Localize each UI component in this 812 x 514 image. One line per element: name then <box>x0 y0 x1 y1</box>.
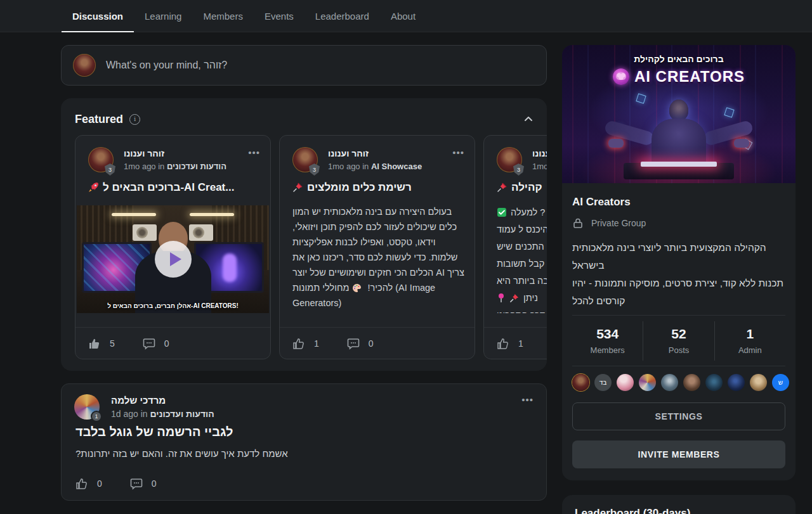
member-avatar[interactable] <box>728 374 745 391</box>
tab-leaderboard[interactable]: Leaderboard <box>304 0 380 32</box>
tab-discussion[interactable]: Discussion <box>62 0 134 32</box>
post-meta: 1mo ago in AI Showcase <box>328 162 422 171</box>
speaker <box>133 224 157 241</box>
like-button[interactable]: 1 <box>292 337 319 350</box>
card-body-text: בעולם היצירה עם בינה מלאכותית יש המון כל… <box>292 204 464 313</box>
stat-posts[interactable]: 52Posts <box>643 321 714 361</box>
post-meta: 1mo <box>532 162 547 171</box>
post-composer[interactable]: What's on your mind, זוהר? <box>61 45 547 86</box>
invite-members-button[interactable]: INVITE MEMBERS <box>572 440 785 468</box>
author-name[interactable]: מרדכי שלמה <box>111 395 166 406</box>
cover-figure <box>619 100 739 176</box>
round-pin-icon <box>497 293 506 303</box>
level-badge: 1 <box>91 411 102 422</box>
card-body-text: למעלה ? היכנס ל עמוד התכנים שיש קבל תשוב… <box>497 204 547 313</box>
cover-welcome-text: ברוכים הבאים לקהילת <box>562 54 796 64</box>
member-avatar[interactable] <box>750 374 767 391</box>
member-avatar[interactable] <box>572 374 589 391</box>
member-avatar[interactable] <box>639 374 656 391</box>
tab-members[interactable]: Members <box>192 0 254 32</box>
category-link[interactable]: הודעות ועדכונים <box>167 162 226 171</box>
category-link[interactable]: AI Showcase <box>371 162 422 171</box>
member-avatar[interactable]: ש <box>772 374 789 391</box>
comment-count: 0 <box>164 338 169 349</box>
comment-count: 0 <box>152 479 157 489</box>
member-avatars: בד ש <box>572 374 789 391</box>
leaderboard-card: Leaderboard (30-days) <box>562 495 796 514</box>
tab-about[interactable]: About <box>380 0 426 32</box>
featured-card-welcome[interactable]: 3 זוהר וענונו 1mo ago in הודעות ועדכונים… <box>75 135 271 359</box>
member-avatar[interactable]: בד <box>594 374 612 391</box>
top-nav: Discussion Learning Members Events Leade… <box>0 0 812 32</box>
member-avatar[interactable] <box>705 374 723 391</box>
card-title[interactable]: רשימת כלים מומלצים <box>292 181 464 194</box>
post-meta: 1mo ago in הודעות ועדכונים <box>124 162 226 171</box>
member-avatar[interactable] <box>617 374 634 391</box>
more-options-icon[interactable]: ••• <box>521 394 534 405</box>
category-link[interactable]: הודעות ועדכונים <box>150 409 214 419</box>
check-icon <box>497 207 507 217</box>
settings-button[interactable]: SETTINGS <box>572 402 785 430</box>
group-cover-image: ברוכים הבאים לקהילת AI CREATORS <box>562 45 796 183</box>
video-thumbnail[interactable]: אהלן חברים, ברוכים הבאים ל-AI CREATORS! <box>77 205 269 313</box>
member-avatar[interactable] <box>661 374 678 391</box>
card-title[interactable]: קהילה <box>497 181 547 194</box>
palette-icon <box>352 283 362 293</box>
card-footer: 1 <box>484 327 547 359</box>
comment-count: 0 <box>369 338 374 349</box>
lock-icon <box>572 217 584 229</box>
tab-learning[interactable]: Learning <box>134 0 192 32</box>
group-sidebar: ברוכים הבאים לקהילת AI CREATORS AI Creat… <box>562 45 796 480</box>
stat-admin[interactable]: 1Admin <box>714 321 785 361</box>
comment-button[interactable]: 0 <box>143 337 169 350</box>
like-button[interactable]: 5 <box>88 337 115 350</box>
pin-icon <box>497 182 508 193</box>
feed-post[interactable]: 1 מרדכי שלמה 1d ago in הודעות ועדכונים •… <box>61 383 547 501</box>
avatar <box>73 54 96 77</box>
video-caption: אהלן חברים, ברוכים הבאים ל-AI CREATORS! <box>77 302 269 309</box>
card-title[interactable]: ברוכים הבאים ל-AI Creat... <box>88 181 260 194</box>
like-count: 5 <box>110 338 115 349</box>
featured-card-community[interactable]: 3 זוהר וענונו 1mo קהילה למעלה ? היכנס ל … <box>483 135 547 359</box>
author-name[interactable]: זוהר וענונו <box>328 148 369 158</box>
tab-events[interactable]: Events <box>254 0 304 32</box>
post-title[interactable]: לגביי הרשמה של גוגל בלבד <box>75 425 233 439</box>
author-name[interactable]: זוהר וענונו <box>532 148 547 158</box>
group-name: AI Creators <box>572 196 785 209</box>
comment-button[interactable]: 0 <box>347 337 374 350</box>
like-count: 1 <box>314 338 319 349</box>
info-icon[interactable] <box>129 114 140 125</box>
pin-icon <box>509 293 520 303</box>
member-avatar[interactable] <box>683 374 700 391</box>
card-footer: 1 0 <box>280 327 475 359</box>
composer-prompt: What's on your mind, זוהר? <box>106 60 227 71</box>
group-description: הקהילה המקצועית ביותר ליוצרי בינה מלאכות… <box>572 239 785 310</box>
speaker <box>189 224 213 241</box>
post-meta: 1d ago in הודעות ועדכונים <box>111 409 214 419</box>
author-name[interactable]: זוהר וענונו <box>124 148 164 158</box>
featured-title: Featured <box>75 113 123 126</box>
post-footer: 0 0 <box>75 477 185 490</box>
leaderboard-title: Leaderboard (30-days) <box>575 507 690 514</box>
featured-section: Featured 3 זוהר וענונו 1mo ago in הודעות… <box>61 98 547 371</box>
like-button[interactable]: 0 <box>75 477 102 490</box>
featured-card-tools[interactable]: 3 זוהר וענונו 1mo ago in AI Showcase •••… <box>279 135 475 359</box>
card-footer: 5 0 <box>75 327 270 359</box>
stat-members[interactable]: 534Members <box>572 321 643 361</box>
brain-icon <box>613 68 629 85</box>
featured-header: Featured <box>75 111 534 127</box>
like-button[interactable]: 1 <box>497 337 523 350</box>
play-icon[interactable] <box>155 241 192 278</box>
group-privacy: Private Group <box>572 217 785 229</box>
like-count: 0 <box>97 479 102 489</box>
post-body: אשמח לדעת איך עושים את זה. והאם יש בזה י… <box>75 448 534 459</box>
rocket-icon <box>88 182 99 193</box>
cover-brand-text: AI CREATORS <box>634 68 745 86</box>
more-options-icon[interactable]: ••• <box>452 147 464 158</box>
comment-button[interactable]: 0 <box>130 477 157 490</box>
more-options-icon[interactable]: ••• <box>248 147 260 158</box>
group-stats: 534Members 52Posts 1Admin <box>572 321 785 361</box>
pin-icon <box>292 182 303 193</box>
chevron-up-icon[interactable] <box>523 113 534 125</box>
like-count: 1 <box>518 338 523 349</box>
